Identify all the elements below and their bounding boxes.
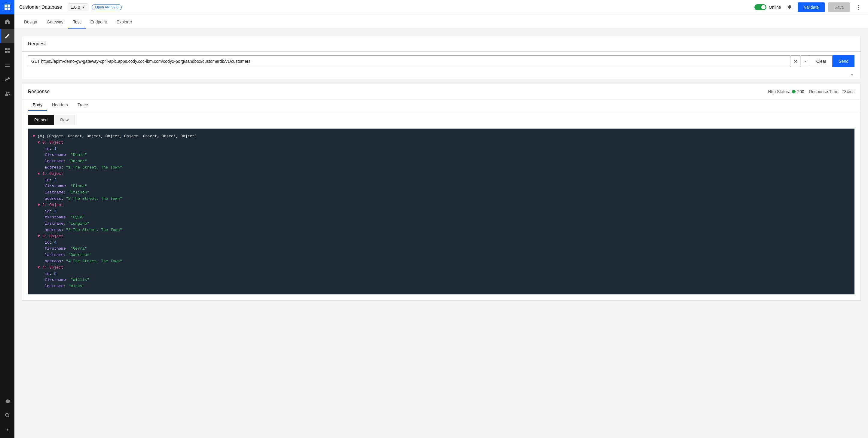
sidebar xyxy=(0,0,14,438)
online-label: Online xyxy=(769,5,781,10)
collapse-item-0-icon[interactable]: ▼ xyxy=(37,140,40,145)
format-parsed-button[interactable]: Parsed xyxy=(28,115,54,125)
sidebar-item-home[interactable] xyxy=(0,14,14,29)
sidebar-item-grid[interactable] xyxy=(0,43,14,58)
tab-bar: Design Gateway Test Endpoint Explorer xyxy=(14,14,868,29)
version-selector[interactable]: 1.0.0 xyxy=(68,3,88,11)
topbar: Customer Database 1.0.0 Open API v2.0 On… xyxy=(14,0,868,14)
tab-endpoint[interactable]: Endpoint xyxy=(86,16,112,29)
collapse-item-3-icon[interactable]: ▼ xyxy=(37,234,40,239)
format-raw-button[interactable]: Raw xyxy=(54,115,75,125)
app-logo xyxy=(0,0,14,14)
version-label: 1.0.0 xyxy=(71,5,80,10)
response-time-label: Response Time: xyxy=(809,89,839,94)
response-section-title: Response xyxy=(28,89,50,94)
clear-button[interactable]: Clear xyxy=(810,55,833,67)
settings-gear-button[interactable] xyxy=(785,2,794,12)
format-toggle: Parsed Raw xyxy=(28,115,855,125)
json-item-0: ▼ 0: Object id: 1 firstname: "Denis" las… xyxy=(37,140,850,171)
response-tab-trace[interactable]: Trace xyxy=(73,99,93,111)
svg-rect-4 xyxy=(5,48,7,50)
url-dropdown-button[interactable] xyxy=(800,55,810,67)
save-button[interactable]: Save xyxy=(828,2,850,12)
svg-rect-10 xyxy=(5,66,10,67)
svg-point-13 xyxy=(5,413,8,416)
sidebar-item-analytics[interactable] xyxy=(0,72,14,87)
svg-rect-9 xyxy=(5,65,10,65)
svg-point-12 xyxy=(8,92,10,93)
json-root-line: ▼ (8) [Object, Object, Object, Object, O… xyxy=(33,133,850,140)
validate-button[interactable]: Validate xyxy=(798,2,825,12)
request-expand-row xyxy=(22,71,861,79)
response-header: Response Http Status: 200 Response Time:… xyxy=(22,84,861,99)
response-meta: Http Status: 200 Response Time: 734ms xyxy=(768,89,855,94)
http-status-code: 200 xyxy=(797,89,804,94)
response-time: Response Time: 734ms xyxy=(809,89,855,94)
svg-rect-2 xyxy=(4,7,7,10)
online-switch[interactable] xyxy=(754,4,767,10)
main-content: Customer Database 1.0.0 Open API v2.0 On… xyxy=(14,0,868,438)
url-clear-icon-button[interactable] xyxy=(791,55,800,67)
svg-rect-1 xyxy=(7,4,10,7)
response-time-value: 734ms xyxy=(842,89,855,94)
open-api-badge[interactable]: Open API v2.0 xyxy=(92,4,121,10)
json-output: ▼ (8) [Object, Object, Object, Object, O… xyxy=(28,129,855,294)
url-input-actions xyxy=(790,55,810,67)
sidebar-collapse-button[interactable] xyxy=(0,423,14,437)
response-section: Response Http Status: 200 Response Time:… xyxy=(22,84,861,301)
url-input-wrapper xyxy=(28,55,810,67)
svg-rect-6 xyxy=(5,51,7,53)
http-status: Http Status: 200 xyxy=(768,89,804,94)
svg-rect-8 xyxy=(5,63,10,63)
http-status-label: Http Status: xyxy=(768,89,790,94)
response-tab-body[interactable]: Body xyxy=(28,99,47,111)
api-title: Customer Database xyxy=(19,4,62,10)
collapse-root-icon[interactable]: ▼ xyxy=(33,134,35,138)
request-section-title: Request xyxy=(22,36,861,52)
svg-rect-0 xyxy=(4,4,7,7)
svg-rect-5 xyxy=(7,48,10,50)
status-dot-icon xyxy=(792,90,796,93)
online-toggle: Online xyxy=(754,4,781,10)
svg-rect-3 xyxy=(7,7,10,10)
sidebar-item-search[interactable] xyxy=(0,408,14,423)
tab-design[interactable]: Design xyxy=(19,16,42,29)
sidebar-item-list[interactable] xyxy=(0,58,14,72)
collapse-item-4-icon[interactable]: ▼ xyxy=(37,265,40,270)
send-button[interactable]: Send xyxy=(833,55,855,67)
tab-explorer[interactable]: Explorer xyxy=(112,16,137,29)
sidebar-item-edit[interactable] xyxy=(0,29,14,43)
sidebar-item-settings[interactable] xyxy=(0,394,14,408)
response-tab-headers[interactable]: Headers xyxy=(47,99,73,111)
svg-rect-7 xyxy=(7,51,10,53)
collapse-item-1-icon[interactable]: ▼ xyxy=(37,171,40,176)
tab-test[interactable]: Test xyxy=(68,16,86,29)
expand-chevron-icon[interactable] xyxy=(850,72,855,77)
request-row: Clear Send xyxy=(22,52,861,71)
content-area: Request Clear Send xyxy=(14,29,868,438)
json-item-2: ▼ 2: Object id: 3 firstname: "Lyle" last… xyxy=(37,202,850,233)
sidebar-bottom xyxy=(0,394,14,438)
collapse-item-2-icon[interactable]: ▼ xyxy=(37,203,40,207)
url-input[interactable] xyxy=(28,59,790,64)
response-tabs: Body Headers Trace xyxy=(22,99,861,111)
tab-gateway[interactable]: Gateway xyxy=(42,16,68,29)
json-item-3: ▼ 3: Object id: 4 firstname: "Gerri" las… xyxy=(37,233,850,265)
sidebar-item-users[interactable] xyxy=(0,87,14,101)
json-item-4: ▼ 4: Object id: 5 firstname: "Willis" la… xyxy=(37,265,850,290)
more-options-button[interactable]: ⋮ xyxy=(854,2,863,12)
svg-point-11 xyxy=(6,92,7,94)
request-section: Request Clear Send xyxy=(22,36,861,79)
json-item-1: ▼ 1: Object id: 2 firstname: "Elana" las… xyxy=(37,171,850,202)
